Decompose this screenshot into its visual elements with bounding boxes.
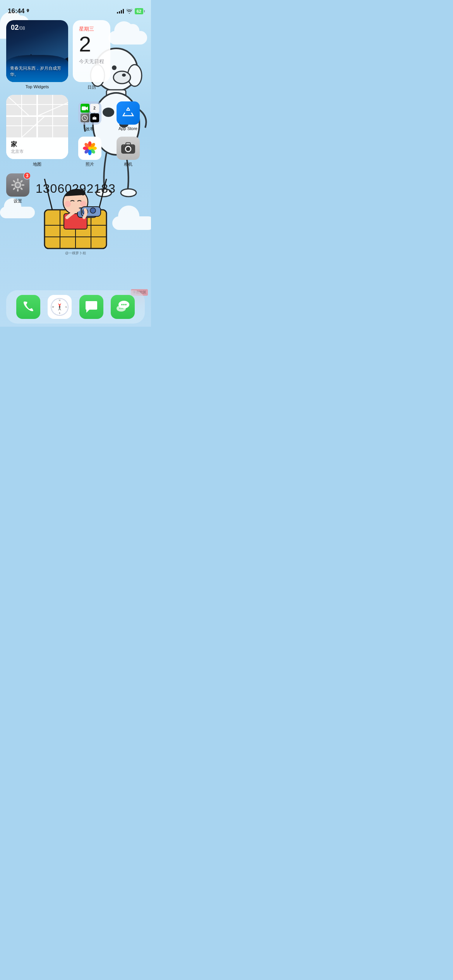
photos-symbol: [81, 139, 99, 157]
maps-widget[interactable]: 家 北京市 地图: [6, 95, 68, 167]
dock-wechat-item[interactable]: [111, 295, 135, 319]
dock: N S E W: [6, 290, 145, 324]
calendar-widget[interactable]: 星期三 2 今天无日程 日历: [73, 20, 110, 90]
apps-row-1: 2: [73, 101, 145, 132]
facetime-mini-icon: [81, 106, 88, 111]
svg-text:N: N: [59, 299, 60, 302]
status-time: 16:44: [8, 7, 30, 15]
app-store-symbol: [121, 106, 135, 120]
efficiency-label: 效率: [86, 126, 94, 132]
maps-map-view: [6, 95, 68, 137]
home-screen-content: 02/08 青春无问东西，岁月自成芳华。 Top Widgets 星期三 2 今…: [0, 17, 151, 204]
top-widgets-label: Top Widgets: [6, 84, 68, 89]
battery-indicator: 62: [135, 8, 143, 14]
svg-point-56: [127, 147, 130, 151]
signal-bar-3: [121, 10, 122, 14]
status-bar: 16:44 62: [0, 0, 151, 17]
svg-text:W: W: [52, 306, 54, 308]
dock-messages-icon[interactable]: [79, 295, 103, 319]
svg-rect-68: [20, 187, 23, 190]
wechat-bubble-icon: [115, 300, 131, 314]
dock-messages-item[interactable]: [79, 295, 103, 319]
widget-quote: 青春无问东西，岁月自成芳华。: [10, 65, 64, 77]
dock-wechat-icon[interactable]: [111, 295, 135, 319]
calendar-day-number: 2: [79, 33, 104, 55]
widget-date-overlay: 02/08: [11, 24, 25, 31]
clock-mini-icon: [82, 115, 88, 121]
phone-handset-icon: [21, 300, 35, 314]
camera-symbol: [121, 142, 136, 154]
widget-date-sub: /08: [19, 26, 25, 31]
app-store-label: App Store: [118, 126, 137, 131]
status-indicators: 62: [117, 8, 143, 14]
svg-point-27: [90, 208, 96, 213]
svg-rect-62: [17, 189, 19, 192]
widgets-row-2: 家 北京市 地图: [6, 95, 145, 167]
calendar-no-events: 今天无日程: [79, 58, 104, 65]
settings-gear-symbol: [10, 177, 26, 193]
messages-bubble-icon: [84, 300, 99, 314]
svg-rect-39: [82, 106, 86, 110]
time-display: 16:44: [8, 7, 24, 15]
svg-point-58: [123, 145, 124, 146]
row-3: 3 设置: [6, 173, 145, 204]
svg-text:@一棵萝卜相: @一棵萝卜相: [65, 251, 86, 255]
wifi-icon: [126, 9, 132, 14]
dock-safari-icon[interactable]: N S E W: [48, 295, 72, 319]
signal-bar-2: [119, 11, 120, 14]
phone-number: 13060292183: [36, 182, 116, 196]
safari-compass-icon: N S E W: [50, 297, 69, 317]
photos-app-item[interactable]: 照片: [78, 137, 101, 167]
svg-point-57: [132, 145, 133, 147]
svg-point-79: [125, 304, 127, 305]
app-store-item[interactable]: App Store: [117, 101, 140, 132]
camera-app-item[interactable]: 相机: [117, 137, 140, 167]
maps-home-city: 北京市: [11, 149, 63, 154]
maps-label: 地图: [6, 161, 68, 167]
efficiency-folder-icon[interactable]: 2: [78, 101, 101, 125]
settings-app-item[interactable]: 3 设置: [6, 173, 29, 204]
dock-safari-item[interactable]: N S E W: [48, 295, 72, 319]
svg-point-81: [119, 308, 120, 309]
camera-label: 相机: [124, 161, 132, 167]
calendar-label: 日历: [73, 84, 110, 90]
battery-percent: 62: [137, 9, 141, 14]
top-widgets-widget[interactable]: 02/08 青春无问东西，岁月自成芳华。 Top Widgets: [6, 20, 68, 90]
app-store-icon[interactable]: [117, 101, 140, 125]
maps-home-info: 家 北京市: [6, 137, 68, 159]
photos-app-icon[interactable]: [78, 137, 101, 160]
svg-point-77: [121, 304, 123, 305]
maps-home-title: 家: [11, 140, 63, 149]
svg-rect-61: [17, 178, 19, 181]
dock-phone-item[interactable]: [16, 295, 40, 319]
dock-phone-icon[interactable]: [16, 295, 40, 319]
svg-rect-64: [22, 184, 24, 186]
photos-label: 照片: [86, 161, 94, 167]
svg-rect-65: [20, 180, 23, 183]
efficiency-folder-item[interactable]: 2: [78, 101, 101, 132]
apps-row-2: 照片 相机: [73, 137, 145, 167]
svg-point-60: [16, 183, 20, 187]
settings-label: 设置: [14, 198, 22, 204]
svg-rect-43: [93, 117, 96, 120]
signal-bar-4: [123, 9, 124, 14]
signal-icon: [117, 9, 124, 14]
svg-point-78: [123, 304, 125, 305]
svg-rect-66: [13, 187, 16, 190]
right-apps-column: 2: [73, 101, 145, 167]
widget-date-main: 02: [11, 24, 19, 31]
svg-point-82: [121, 308, 122, 309]
map-lines: [6, 95, 68, 137]
widgets-row-1: 02/08 青春无问东西，岁月自成芳华。 Top Widgets 星期三 2 今…: [6, 20, 145, 90]
location-icon: [26, 9, 30, 14]
svg-rect-67: [13, 180, 16, 183]
svg-point-75: [59, 306, 60, 308]
svg-line-42: [85, 118, 86, 119]
svg-rect-63: [11, 184, 14, 186]
appletv-mini-icon: [92, 115, 97, 121]
svg-point-83: [122, 308, 124, 309]
signal-bar-1: [117, 12, 118, 14]
settings-icon-wrap: 3: [6, 173, 29, 197]
camera-app-icon[interactable]: [117, 137, 140, 160]
settings-badge: 3: [23, 172, 31, 180]
